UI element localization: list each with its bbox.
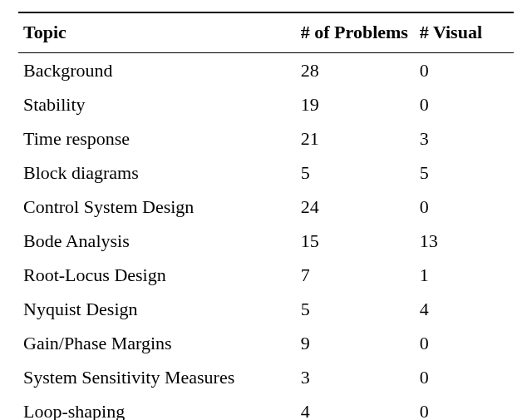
cell-visual: 0 xyxy=(415,394,514,420)
table-body: Background 28 0 Stability 19 0 Time resp… xyxy=(18,53,514,421)
cell-problems: 5 xyxy=(296,156,415,190)
table-row: Root-Locus Design 7 1 xyxy=(18,258,514,292)
cell-topic: Loop-shaping xyxy=(18,394,296,420)
cell-problems: 4 xyxy=(296,394,415,420)
cell-topic: Root-Locus Design xyxy=(18,258,296,292)
table-row: Gain/Phase Margins 9 0 xyxy=(18,326,514,360)
cell-problems: 19 xyxy=(296,87,415,121)
cell-problems: 7 xyxy=(296,258,415,292)
table-row: Bode Analysis 15 13 xyxy=(18,224,514,258)
table-row: Time response 21 3 xyxy=(18,121,514,156)
cell-visual: 4 xyxy=(415,292,514,326)
cell-visual: 13 xyxy=(415,224,514,258)
cell-visual: 1 xyxy=(415,258,514,292)
table-row: System Sensitivity Measures 3 0 xyxy=(18,360,514,394)
table-row: Nyquist Design 5 4 xyxy=(18,292,514,326)
cell-problems: 15 xyxy=(296,224,415,258)
table-row: Control System Design 24 0 xyxy=(18,190,514,224)
table-header-row: Topic # of Problems # Visual xyxy=(18,12,514,53)
cell-topic: Time response xyxy=(18,121,296,156)
cell-topic: Gain/Phase Margins xyxy=(18,326,296,360)
cell-problems: 24 xyxy=(296,190,415,224)
cell-topic: Control System Design xyxy=(18,190,296,224)
cell-topic: Background xyxy=(18,53,296,88)
cell-visual: 5 xyxy=(415,156,514,190)
cell-problems: 9 xyxy=(296,326,415,360)
header-problems: # of Problems xyxy=(296,12,415,53)
cell-visual: 0 xyxy=(415,53,514,88)
cell-problems: 5 xyxy=(296,292,415,326)
table-container: Topic # of Problems # Visual Background … xyxy=(0,0,532,420)
table-row: Stability 19 0 xyxy=(18,87,514,121)
cell-visual: 3 xyxy=(415,121,514,156)
table-row: Block diagrams 5 5 xyxy=(18,156,514,190)
header-topic: Topic xyxy=(18,12,296,53)
cell-problems: 21 xyxy=(296,121,415,156)
cell-visual: 0 xyxy=(415,87,514,121)
table-row: Background 28 0 xyxy=(18,53,514,88)
cell-visual: 0 xyxy=(415,190,514,224)
cell-topic: Block diagrams xyxy=(18,156,296,190)
cell-topic: System Sensitivity Measures xyxy=(18,360,296,394)
problems-table: Topic # of Problems # Visual Background … xyxy=(18,12,514,420)
cell-visual: 0 xyxy=(415,360,514,394)
cell-topic: Nyquist Design xyxy=(18,292,296,326)
table-row: Loop-shaping 4 0 xyxy=(18,394,514,420)
cell-topic: Bode Analysis xyxy=(18,224,296,258)
cell-topic: Stability xyxy=(18,87,296,121)
cell-problems: 28 xyxy=(296,53,415,88)
cell-problems: 3 xyxy=(296,360,415,394)
header-visual: # Visual xyxy=(415,12,514,53)
cell-visual: 0 xyxy=(415,326,514,360)
